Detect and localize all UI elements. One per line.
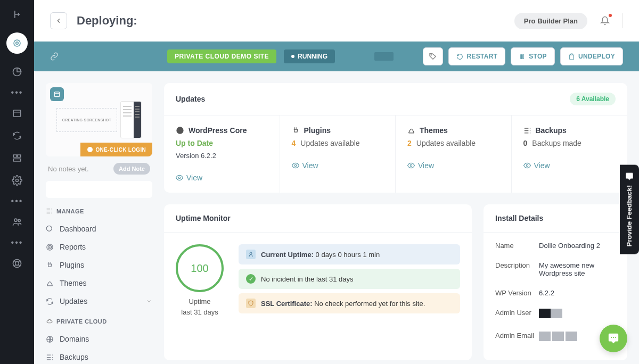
arrow-icon[interactable] [11, 8, 23, 21]
window-icon[interactable] [11, 107, 23, 120]
notifications-button[interactable] [597, 13, 613, 29]
dashboard-icon[interactable] [6, 32, 28, 54]
svg-rect-3 [13, 110, 21, 117]
feedback-tab[interactable]: Provide Feedback! [620, 165, 639, 254]
site-badge: PRIVATE CLOUD DEMO SITE [167, 49, 276, 63]
undeploy-button[interactable]: UNDEPLOY [560, 47, 623, 65]
nav-plugins[interactable]: Plugins [46, 256, 152, 274]
uptime-title: Uptime Monitor [176, 214, 231, 222]
nav-domains[interactable]: Domains [46, 330, 152, 348]
more-icon-1[interactable]: ••• [11, 88, 23, 97]
detail-name: Name Dollie Onboarding 2 [495, 236, 616, 255]
nav-dashboard[interactable]: Dashboard [46, 220, 152, 238]
calendar-icon [50, 87, 64, 101]
update-plugins: Plugins 4Updates available View [280, 115, 396, 193]
page-title: Deploying: [77, 14, 137, 28]
layout-icon[interactable] [11, 152, 23, 164]
detail-admin-email: Admin Email [495, 326, 616, 349]
svg-point-1 [16, 42, 19, 45]
nav-section-cloud: PRIVATE CLOUD [46, 318, 152, 325]
help-icon[interactable] [11, 257, 23, 270]
chat-icon [625, 172, 634, 181]
detail-admin-user: Admin User [495, 303, 616, 326]
link-icon[interactable] [50, 52, 59, 61]
left-rail: ••• ••• ••• [0, 0, 34, 364]
preview-card: CREATING SCREENSHOT ONE-CLICK LOGIN [46, 83, 152, 156]
restart-button[interactable]: RESTART [448, 47, 505, 65]
view-backups[interactable]: View [523, 161, 616, 170]
gauge-icon[interactable] [11, 65, 23, 78]
uptime-row-ssl: SSL Certificate: No check performed yet … [239, 293, 460, 313]
chat-fab[interactable] [600, 325, 627, 352]
back-button[interactable] [50, 12, 67, 29]
uptime-score: 100 [176, 244, 224, 292]
svg-point-24 [410, 164, 412, 167]
users-icon[interactable] [11, 216, 23, 228]
detail-wp-version: WP Version 6.2.2 [495, 283, 616, 303]
svg-point-23 [294, 164, 297, 167]
nav-updates[interactable]: Updates [46, 292, 152, 310]
svg-rect-15 [54, 92, 59, 97]
view-themes[interactable]: View [407, 161, 499, 170]
update-core: WordPress Core Up to Date Version 6.2.2 … [164, 115, 280, 193]
screenshot-placeholder: CREATING SCREENSHOT [56, 108, 117, 132]
notification-dot [609, 14, 612, 17]
uptime-card: Uptime Monitor 100 Uptimelast 31 days Cu… [164, 204, 472, 360]
svg-point-25 [526, 164, 528, 167]
svg-point-11 [15, 262, 19, 266]
notes-empty: No notes yet. [48, 165, 89, 173]
updates-card: Updates 6 Available WordPress Core Up to… [164, 83, 627, 193]
view-core[interactable]: View [176, 173, 268, 182]
nav-reports[interactable]: Reports [46, 238, 152, 256]
uptime-row-incident: ✓ No incident in the last 31 days [239, 269, 460, 289]
updates-available-badge: 6 Available [570, 93, 616, 105]
refresh-icon[interactable] [11, 129, 23, 142]
more-icon-2[interactable]: ••• [11, 196, 23, 206]
add-note-button[interactable]: Add Note [113, 163, 150, 175]
svg-point-8 [14, 219, 17, 221]
gear-icon[interactable] [11, 174, 23, 187]
more-icon-3[interactable]: ••• [11, 238, 23, 247]
one-click-login-button[interactable]: ONE-CLICK LOGIN [80, 143, 153, 156]
update-backups: Backups 0Backups made View [512, 115, 628, 193]
svg-point-12 [431, 55, 431, 55]
stop-button[interactable]: STOP [511, 47, 555, 65]
plan-badge[interactable]: Pro Builder Plan [514, 13, 587, 29]
header: Deploying: Pro Builder Plan [34, 0, 639, 42]
status-badge: RUNNING [284, 49, 335, 63]
uptime-row-current: Current Uptime: 0 days 0 hours 1 min [239, 244, 460, 264]
svg-point-26 [250, 252, 252, 254]
svg-point-19 [50, 246, 50, 247]
site-banner: PRIVATE CLOUD DEMO SITE RUNNING RESTART … [34, 42, 639, 71]
nav-backups[interactable]: Backups [46, 348, 152, 364]
nav-section-manage: MANAGE [46, 208, 152, 214]
svg-rect-13 [521, 54, 522, 59]
svg-point-16 [87, 147, 93, 152]
detail-description: Description My awesome new Wordpress sit… [495, 255, 616, 283]
view-plugins[interactable]: View [292, 161, 384, 170]
svg-point-7 [16, 179, 19, 182]
svg-rect-14 [523, 54, 524, 59]
nav-themes[interactable]: Themes [46, 274, 152, 292]
svg-rect-5 [18, 155, 21, 158]
svg-point-22 [178, 177, 181, 179]
svg-point-21 [176, 127, 183, 134]
svg-point-9 [18, 219, 20, 221]
updates-title: Updates [176, 95, 205, 103]
tag-button[interactable] [423, 47, 443, 65]
svg-point-0 [14, 40, 20, 46]
svg-rect-6 [13, 159, 21, 162]
details-title: Install Details [495, 214, 543, 222]
svg-rect-4 [13, 155, 17, 158]
uptime-label: Uptimelast 31 days [181, 296, 218, 317]
update-themes: Themes 2Updates available View [396, 115, 512, 193]
